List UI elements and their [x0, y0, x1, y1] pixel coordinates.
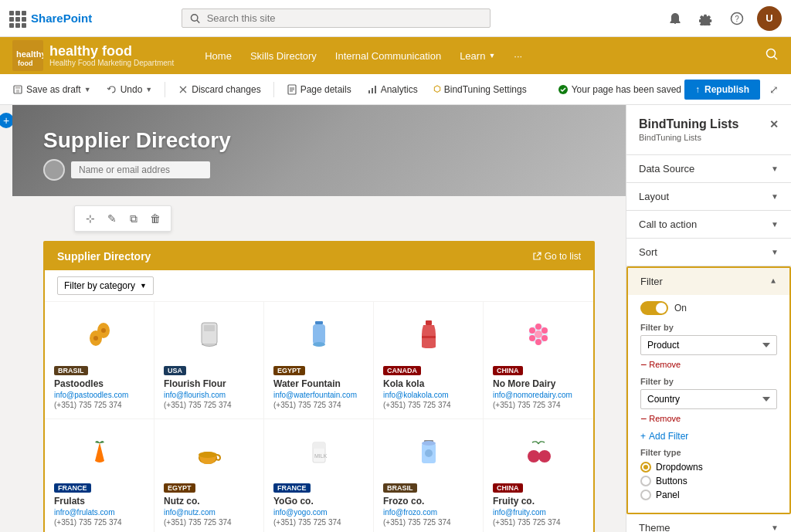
svg-point-23 — [101, 328, 106, 333]
remove-filter-2-button[interactable]: − Remove — [640, 412, 777, 425]
section-data-source: Data Source ▼ — [626, 155, 791, 183]
remove-filter-1-button[interactable]: − Remove — [640, 358, 777, 371]
duplicate-icon[interactable]: ⧉ — [124, 209, 143, 228]
nav-bar: healthy food healthy food Healthy Food M… — [0, 37, 791, 74]
top-bar-icons: ? U — [664, 6, 782, 31]
edit-controls: ⊹ ✎ ⧉ 🗑 — [12, 196, 626, 241]
section-layout-header[interactable]: Layout ▼ — [626, 183, 791, 210]
supplier-card[interactable]: EGYPT Water Fountain info@waterfountain.… — [264, 302, 374, 419]
save-dropdown-icon[interactable]: ▼ — [84, 86, 91, 93]
svg-point-22 — [93, 336, 98, 341]
svg-point-40 — [199, 452, 217, 458]
hero-title: Supplier Directory — [43, 128, 595, 153]
svg-point-47 — [425, 449, 433, 457]
help-icon[interactable]: ? — [726, 8, 748, 29]
search-input[interactable] — [207, 12, 483, 24]
toolbar-divider-1 — [165, 82, 165, 97]
section-sort-header[interactable]: Sort ▼ — [626, 239, 791, 266]
panel-title: BindTuning Lists ✕ — [639, 117, 779, 131]
supplier-card[interactable]: USA Flourish Flour info@flourish.com (+3… — [154, 302, 264, 419]
discard-button[interactable]: Discard changes — [171, 81, 266, 98]
filter-category-dropdown[interactable]: Filter by category ▼ — [57, 276, 154, 295]
collapse-button[interactable]: ⤢ — [763, 79, 785, 100]
nav-internal-comm[interactable]: Internal Communication — [326, 47, 450, 65]
supplier-email: info@waterfountain.com — [273, 391, 364, 399]
saved-status: Your page has been saved — [558, 84, 681, 95]
main-area: + Supplier Directory ⊹ ✎ ⧉ 🗑 Supplier Di… — [0, 105, 791, 532]
site-logo: healthy food healthy food Healthy Food M… — [12, 40, 174, 71]
section-filter-header[interactable]: Filter ▼ — [628, 268, 789, 295]
site-logo-icon: healthy food — [12, 40, 43, 71]
svg-text:MILK: MILK — [314, 453, 328, 459]
supplier-email: info@frozo.com — [383, 508, 474, 517]
supplier-card[interactable]: MILK FRANCE YoGo co. info@yogo.com (+351… — [264, 419, 374, 532]
svg-rect-11 — [16, 90, 19, 93]
section-cta-header[interactable]: Call to action ▼ — [626, 211, 791, 238]
svg-point-28 — [313, 342, 325, 347]
supplier-card[interactable]: CHINA No More Dairy info@nomoredairy.com… — [484, 302, 593, 419]
analytics-button[interactable]: Analytics — [361, 81, 424, 98]
svg-point-7 — [767, 49, 776, 57]
radio-panel[interactable] — [640, 490, 651, 500]
filter-by-1-select[interactable]: Product — [640, 335, 777, 355]
add-filter-icon: + — [640, 431, 646, 442]
panel-close-button[interactable]: ✕ — [769, 118, 779, 130]
nav-skills[interactable]: Skills Directory — [241, 47, 326, 65]
country-badge: CHINA — [493, 483, 523, 493]
supplier-card[interactable]: BRASIL Frozo co. info@frozo.com (+351) 7… — [374, 419, 484, 532]
page-details-button[interactable]: Page details — [280, 81, 358, 98]
settings-icon[interactable] — [695, 8, 717, 29]
svg-text:food: food — [18, 59, 33, 67]
content-area: Supplier Directory ⊹ ✎ ⧉ 🗑 Supplier Dire… — [12, 105, 626, 532]
supplier-card[interactable]: BRASIL Pastoodles info@pastoodles.com (+… — [45, 302, 154, 419]
nav-home[interactable]: Home — [195, 47, 241, 65]
nav-more[interactable]: ··· — [504, 47, 531, 65]
republish-button[interactable]: ↑ Republish — [684, 80, 760, 100]
user-avatar[interactable]: U — [757, 6, 782, 31]
save-draft-button[interactable]: Save as draft ▼ — [6, 81, 97, 98]
nav-search-icon[interactable] — [765, 47, 779, 65]
search-bar[interactable] — [182, 8, 491, 28]
supplier-card[interactable]: FRANCE Frulats infro@frulats.com (+351) … — [45, 419, 154, 532]
notification-icon[interactable] — [664, 8, 686, 29]
svg-point-48 — [538, 450, 551, 463]
section-theme-header[interactable]: Theme ▼ — [626, 514, 791, 532]
save-icon — [12, 84, 23, 95]
supplier-card[interactable]: CHINA Fruity co. info@fruity.com (+351) … — [484, 419, 593, 532]
svg-rect-25 — [204, 325, 215, 331]
svg-point-49 — [528, 450, 540, 463]
svg-rect-42 — [313, 442, 325, 449]
supplier-card[interactable]: CANADA Kola kola info@kolakola.com (+351… — [374, 302, 484, 419]
supplier-email: info@nutz.com — [164, 508, 254, 517]
filter-by-2-label: Filter by — [640, 377, 777, 386]
move-icon[interactable]: ⊹ — [81, 209, 100, 228]
supplier-name: No More Dairy — [493, 378, 584, 389]
undo-button[interactable]: Undo ▼ — [100, 81, 159, 98]
filter-by-2-select[interactable]: Country — [640, 389, 777, 409]
bindtuning-settings-button[interactable]: ⬡ BindTuning Settings — [427, 81, 533, 98]
radio-dropdowns[interactable] — [640, 462, 651, 473]
go-to-list-link[interactable]: Go to list — [532, 251, 581, 262]
country-badge: EGYPT — [164, 483, 195, 493]
supplier-card[interactable]: EGYPT Nutz co. info@nutz.com (+351) 735 … — [154, 419, 264, 532]
card-icon — [383, 311, 474, 357]
nav-learn[interactable]: Learn ▼ — [450, 47, 504, 65]
filter-type-buttons[interactable]: Buttons — [640, 476, 777, 486]
hero-search-input[interactable] — [71, 161, 210, 178]
data-source-chevron-icon: ▼ — [771, 164, 779, 173]
section-data-source-header[interactable]: Data Source ▼ — [626, 155, 791, 182]
dropdown-chevron-icon: ▼ — [140, 282, 147, 290]
filter-type-dropdowns[interactable]: Dropdowns — [640, 462, 777, 473]
top-bar: SharePoint ? U — [0, 0, 791, 37]
filter-type-panel[interactable]: Panel — [640, 490, 777, 500]
allow-filter-toggle[interactable] — [640, 301, 668, 315]
supplier-name: Pastoodles — [54, 378, 144, 389]
undo-dropdown-icon[interactable]: ▼ — [145, 86, 152, 93]
edit-icon[interactable]: ✎ — [103, 209, 121, 228]
panel-subtitle: BindTuning Lists — [639, 133, 779, 142]
supplier-phone: (+351) 735 725 374 — [164, 518, 254, 527]
radio-buttons[interactable] — [640, 476, 651, 486]
delete-icon[interactable]: 🗑 — [146, 209, 165, 228]
add-filter-button[interactable]: + Add Filter — [640, 431, 777, 442]
waffle-icon[interactable] — [9, 11, 25, 26]
